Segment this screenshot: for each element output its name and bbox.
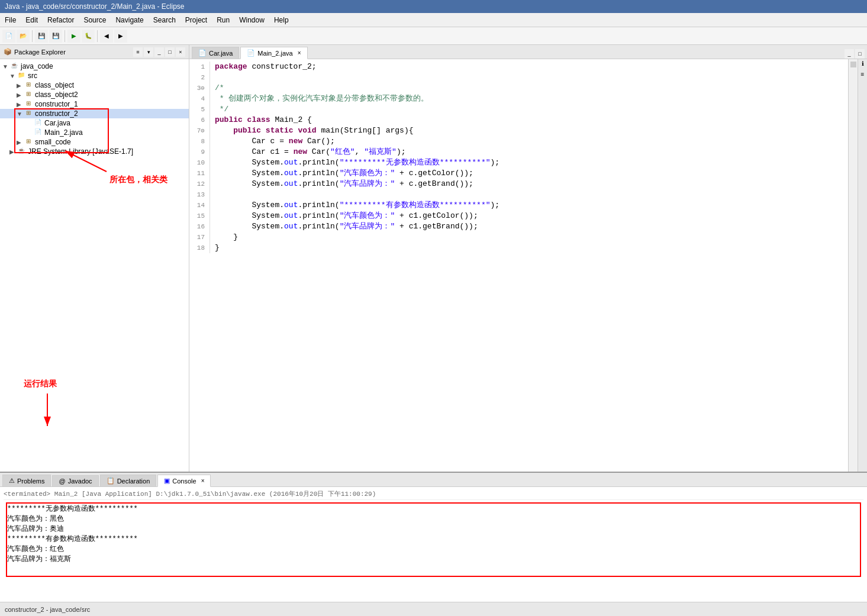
console-content[interactable]: <terminated> Main_2 [Java Application] D… (0, 487, 867, 602)
tree-item-jre[interactable]: ▶ ☕ JRE System Library [JavaSE-1.7] (0, 147, 189, 156)
tab-car-java-label: Car.java (209, 50, 233, 57)
label-constructor-1: constructor_1 (35, 100, 78, 108)
main-layout: 📦 Package Explorer ≡ ▾ _ □ × ▼ ☕ java_co… (0, 45, 867, 602)
tab-main2-close[interactable]: × (298, 50, 301, 56)
console-line-6: 汽车品牌为：福克斯 (7, 554, 860, 564)
tab-problems[interactable]: ⚠ Problems (2, 475, 51, 486)
tab-car-java-icon: 📄 (198, 49, 207, 57)
code-line-14: 14 System.out.println("*********有参数构造函数*… (189, 200, 848, 211)
toolbar-back[interactable]: ◀ (100, 30, 113, 43)
pe-max-btn[interactable]: □ (165, 47, 175, 57)
tab-console-close[interactable]: × (201, 478, 205, 484)
tab-declaration-icon: 📋 (107, 477, 115, 485)
toolbar-run[interactable]: ▶ (67, 30, 80, 43)
menu-navigate[interactable]: Navigate (111, 15, 148, 25)
icon-constructor-2: ⊞ (24, 109, 33, 118)
tree-item-class-object[interactable]: ▶ ⊞ class_object (0, 80, 189, 90)
bottom-panel: ⚠ Problems @ Javadoc 📋 Declaration ▣ Con… (0, 472, 867, 602)
marker-info: ℹ (859, 60, 866, 67)
editor-tabs-controls: _ □ (845, 49, 867, 59)
editor-max-btn[interactable]: □ (855, 49, 865, 59)
toolbar-new[interactable]: 📄 (2, 30, 15, 43)
tree-item-src[interactable]: ▼ 📁 src (0, 71, 189, 80)
pe-menu-btn[interactable]: ▾ (144, 47, 153, 57)
title-text: Java - java_code/src/constructor_2/Main_… (5, 2, 184, 11)
package-explorer-icon: 📦 (4, 48, 12, 56)
editor-tabs: 📄 Car.java 📄 Main_2.java × _ □ (189, 45, 867, 59)
icon-constructor-1: ⊞ (24, 100, 33, 108)
tree-item-constructor-1[interactable]: ▶ ⊞ constructor_1 (0, 99, 189, 109)
icon-small-code: ⊞ (24, 138, 33, 146)
label-class-object2: class_object2 (35, 91, 78, 99)
editor-min-btn[interactable]: _ (845, 49, 854, 59)
code-line-4: 4 * 创建两个对象，实例化汽车对象是分带参数和不带参数的。 (189, 93, 848, 104)
menu-source[interactable]: Source (79, 15, 111, 25)
label-car-java: Car.java (44, 119, 70, 127)
pe-collapse-btn[interactable]: ≡ (133, 47, 143, 57)
menu-refactor[interactable]: Refactor (43, 15, 79, 25)
console-line-3: 汽车品牌为：奥迪 (7, 524, 860, 534)
icon-main2-java: 📄 (33, 128, 43, 137)
toolbar-open[interactable]: 📂 (17, 30, 30, 43)
pe-close-btn[interactable]: × (176, 47, 185, 57)
code-line-3: 3⊜ /* (189, 83, 848, 93)
tree-item-main2-java[interactable]: 📄 Main_2.java (0, 128, 189, 137)
tree-item-car-java[interactable]: 📄 Car.java (0, 118, 189, 128)
tab-problems-label: Problems (17, 478, 44, 485)
console-line-4: *********有参数构造函数********** (7, 534, 860, 544)
toolbar-forward[interactable]: ▶ (114, 30, 127, 43)
toolbar-save-all[interactable]: 💾 (49, 30, 62, 43)
toolbar-save[interactable]: 💾 (35, 30, 48, 43)
tab-javadoc-label: Javadoc (68, 478, 92, 485)
editor-scroll-thumb[interactable] (850, 62, 856, 67)
code-line-18: 18 } (189, 243, 848, 253)
marker-task: ≡ (859, 71, 866, 78)
tree-item-java-code[interactable]: ▼ ☕ java_code (0, 62, 189, 71)
console-header: <terminated> Main_2 [Java Application] D… (4, 489, 863, 500)
code-line-16: 16 System.out.println("汽车品牌为：" + c1.getB… (189, 221, 848, 232)
toolbar-debug[interactable]: 🐛 (82, 30, 95, 43)
tab-main2-java[interactable]: 📄 Main_2.java × (240, 47, 307, 59)
arrow-constructor-2: ▼ (17, 111, 24, 117)
tab-main2-java-icon: 📄 (247, 49, 255, 57)
menu-bar: File Edit Refactor Source Navigate Searc… (0, 13, 867, 27)
label-src: src (28, 72, 37, 80)
editor-body: 1 package constructor_2; 2 3⊜ /* (189, 59, 867, 472)
menu-edit[interactable]: Edit (21, 15, 43, 25)
pe-min-btn[interactable]: _ (154, 47, 164, 57)
tree-item-class-object2[interactable]: ▶ ⊞ class_object2 (0, 90, 189, 99)
code-line-17: 17 } (189, 232, 848, 243)
menu-help[interactable]: Help (269, 15, 294, 25)
tab-javadoc-icon: @ (59, 478, 65, 485)
tab-javadoc[interactable]: @ Javadoc (52, 475, 98, 486)
label-constructor-2: constructor_2 (35, 109, 78, 118)
menu-project[interactable]: Project (181, 15, 212, 25)
editor-content[interactable]: 1 package constructor_2; 2 3⊜ /* (189, 59, 848, 472)
menu-file[interactable]: File (0, 15, 21, 25)
tab-main2-java-label: Main_2.java (257, 50, 292, 57)
console-header-text: <terminated> Main_2 [Java Application] D… (4, 491, 376, 498)
code-line-15: 15 System.out.println("汽车颜色为：" + c1.getC… (189, 211, 848, 221)
arrow-java-code: ▼ (2, 63, 9, 70)
console-empty (7, 564, 860, 576)
package-explorer-content[interactable]: ▼ ☕ java_code ▼ 📁 src ▶ ⊞ class_object ▶… (0, 59, 189, 472)
icon-car-java: 📄 (33, 119, 43, 127)
right-side-panel: ℹ ≡ (858, 59, 867, 472)
menu-window[interactable]: Window (234, 15, 269, 25)
tab-car-java[interactable]: 📄 Car.java (192, 47, 239, 59)
tab-declaration[interactable]: 📋 Declaration (100, 475, 157, 486)
code-line-9: 9 Car c1 = new Car("红色", "福克斯"); (189, 147, 848, 157)
tree-item-constructor-2[interactable]: ▼ ⊞ constructor_2 (0, 109, 189, 118)
bottom-tabs: ⚠ Problems @ Javadoc 📋 Declaration ▣ Con… (0, 473, 867, 487)
code-line-11: 11 System.out.println("汽车颜色为：" + c.getCo… (189, 168, 848, 179)
tab-console[interactable]: ▣ Console × (157, 475, 211, 487)
tree-item-small-code[interactable]: ▶ ⊞ small_code (0, 137, 189, 147)
toolbar-sep-2 (65, 30, 65, 42)
tab-problems-icon: ⚠ (9, 477, 15, 485)
console-line-2: 汽车颜色为：黑色 (7, 514, 860, 524)
arrow-jre: ▶ (9, 149, 17, 155)
menu-search[interactable]: Search (149, 15, 181, 25)
code-line-5: 5 */ (189, 104, 848, 115)
code-line-6: 6 public class Main_2 { (189, 115, 848, 125)
menu-run[interactable]: Run (212, 15, 234, 25)
